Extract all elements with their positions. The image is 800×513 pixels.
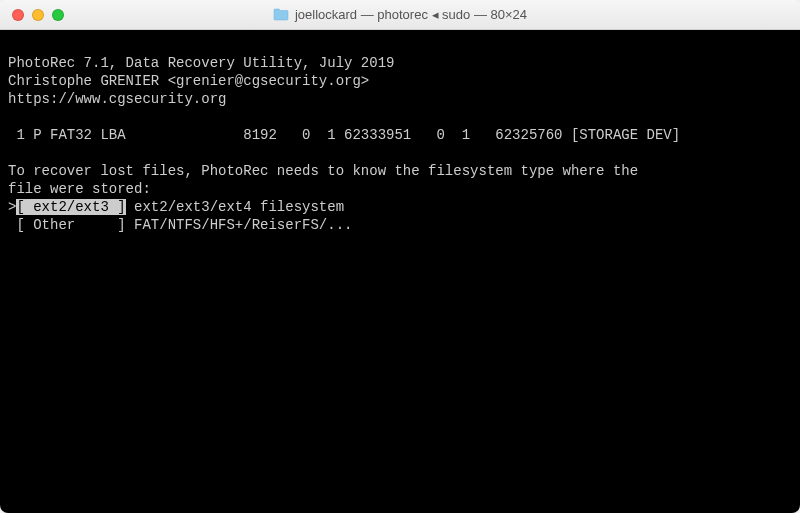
prompt-line-1: To recover lost files, PhotoRec needs to… bbox=[8, 163, 638, 179]
terminal-body[interactable]: PhotoRec 7.1, Data Recovery Utility, Jul… bbox=[0, 30, 800, 513]
minimize-icon[interactable] bbox=[32, 9, 44, 21]
app-header-line: PhotoRec 7.1, Data Recovery Utility, Jul… bbox=[8, 55, 394, 71]
author-line: Christophe GRENIER <grenier@cgsecurity.o… bbox=[8, 73, 369, 89]
option-selected-label: [ ext2/ext3 ] bbox=[16, 199, 125, 215]
blank-line bbox=[8, 109, 16, 125]
url-line: https://www.cgsecurity.org bbox=[8, 91, 226, 107]
folder-icon bbox=[273, 8, 289, 21]
close-icon[interactable] bbox=[12, 9, 24, 21]
menu-option-other[interactable]: [ Other ] FAT/NTFS/HFS+/ReiserFS/... bbox=[8, 217, 352, 233]
option-selected-desc: ext2/ext3/ext4 filesystem bbox=[126, 199, 344, 215]
maximize-icon[interactable] bbox=[52, 9, 64, 21]
titlebar: joellockard — photorec ◂ sudo — 80×24 bbox=[0, 0, 800, 30]
partition-row: 1 P FAT32 LBA 8192 0 1 62333951 0 1 6232… bbox=[8, 127, 680, 143]
titlebar-title-area: joellockard — photorec ◂ sudo — 80×24 bbox=[10, 7, 790, 22]
traffic-lights bbox=[12, 9, 64, 21]
prompt-line-2: file were stored: bbox=[8, 181, 151, 197]
window-title: joellockard — photorec ◂ sudo — 80×24 bbox=[295, 7, 527, 22]
terminal-window: joellockard — photorec ◂ sudo — 80×24 Ph… bbox=[0, 0, 800, 513]
blank-line bbox=[8, 145, 16, 161]
menu-option-ext[interactable]: >[ ext2/ext3 ] ext2/ext3/ext4 filesystem bbox=[8, 199, 344, 215]
